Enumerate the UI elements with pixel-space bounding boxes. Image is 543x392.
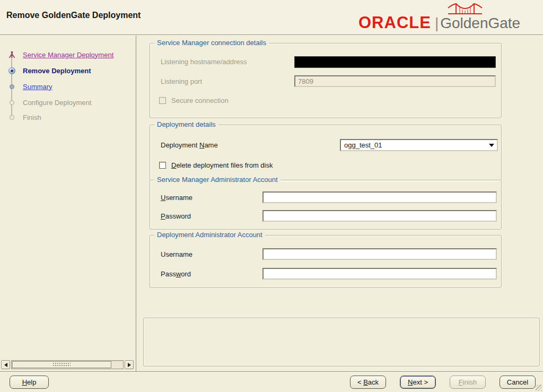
oracle-wordmark: ORACLE	[358, 13, 431, 32]
port-label: Listening port	[161, 77, 202, 85]
content-area: Service Manager connection details Liste…	[137, 36, 543, 371]
sidebar-step-label: Finish	[23, 114, 41, 121]
step-current-icon	[8, 67, 15, 74]
sidebar-step-summary[interactable]: Summary	[5, 80, 52, 93]
oracle-goldengate-logo: ORACLE|GoldenGate	[358, 0, 539, 34]
goldengate-wordmark: GoldenGate	[440, 15, 520, 31]
footer-bar: Help < Back Next > Finish Cancel	[0, 371, 543, 392]
sidebar-step-remove-deployment[interactable]: Remove Deployment	[5, 64, 91, 77]
hostname-label: Listening hostname/address	[161, 58, 247, 66]
secure-connection-label: Secure connection	[171, 97, 229, 104]
deployment-details-group: Deployment details Deployment Name ogg_t…	[150, 125, 502, 181]
dep-password-input[interactable]	[262, 268, 497, 280]
scroll-right-icon	[128, 363, 131, 367]
sidebar-horizontal-scrollbar	[1, 360, 134, 369]
back-button[interactable]: < Back	[350, 376, 386, 389]
deployment-admin-group: Deployment Administrator Account Usernam…	[150, 235, 502, 288]
scroll-left-button[interactable]	[1, 360, 10, 369]
sm-password-label: Password	[161, 212, 191, 220]
wizard-buttons: < Back Next > Finish Cancel	[350, 376, 536, 389]
port-input	[294, 75, 496, 87]
dep-username-label: Username	[161, 250, 192, 258]
deployment-name-label: Deployment Name	[161, 141, 218, 149]
deployment-name-dropdown[interactable]: ogg_test_01	[340, 139, 498, 151]
sidebar-step-label: Summary	[23, 83, 52, 91]
deployment-name-value: ogg_test_01	[344, 141, 382, 149]
sidebar-step-label: Service Manager Deployment	[23, 51, 113, 59]
dep-username-input[interactable]	[262, 248, 497, 260]
step-visited-icon	[8, 51, 16, 59]
scrollbar-grip-icon	[52, 362, 71, 367]
wizard-steps-sidebar: Service Manager Deployment Remove Deploy…	[0, 36, 136, 371]
logo-separator: |	[435, 15, 439, 31]
header: Remove GoldenGate Deployment ORACLE|Gold…	[0, 0, 543, 35]
scroll-right-button[interactable]	[125, 360, 134, 369]
cancel-button[interactable]: Cancel	[500, 376, 536, 389]
step-bullet-icon	[10, 115, 14, 120]
chevron-down-icon[interactable]	[489, 144, 494, 147]
scrollbar-track[interactable]	[11, 360, 124, 369]
wizard-window: Remove GoldenGate Deployment ORACLE|Gold…	[0, 0, 543, 392]
message-area	[143, 318, 540, 367]
sm-password-input[interactable]	[262, 210, 497, 222]
page-title: Remove GoldenGate Deployment	[6, 11, 141, 20]
finish-button: Finish	[450, 376, 486, 389]
secure-connection-checkbox	[159, 97, 166, 104]
service-manager-connection-group: Service Manager connection details Liste…	[150, 43, 502, 118]
delete-files-checkbox[interactable]	[159, 162, 166, 169]
sidebar-step-finish: Finish	[5, 111, 41, 124]
help-button[interactable]: Help	[10, 376, 49, 389]
service-manager-admin-group: Service Manager Administrator Account Us…	[150, 180, 502, 230]
scroll-left-icon	[4, 363, 7, 367]
sidebar-step-configure-deployment: Configure Deployment	[5, 96, 91, 109]
scrollbar-thumb[interactable]	[12, 361, 111, 368]
group-title: Deployment Administrator Account	[154, 231, 265, 239]
step-bullet-icon	[10, 84, 14, 89]
resize-grip[interactable]	[536, 385, 542, 391]
sm-username-input[interactable]	[262, 191, 497, 203]
next-button[interactable]: Next >	[400, 376, 436, 389]
dep-password-label: Password	[161, 270, 191, 278]
group-title: Service Manager Administrator Account	[154, 176, 281, 184]
sidebar-step-label: Configure Deployment	[23, 99, 91, 107]
step-bullet-icon	[10, 100, 14, 105]
hostname-field-redacted	[294, 56, 496, 68]
sidebar-step-service-manager-deployment[interactable]: Service Manager Deployment	[5, 48, 113, 61]
group-title: Deployment details	[154, 120, 218, 128]
sidebar-step-label: Remove Deployment	[23, 67, 91, 75]
sm-username-label: Username	[161, 194, 192, 202]
logo-text: ORACLE|GoldenGate	[358, 13, 520, 32]
group-title: Service Manager connection details	[154, 39, 269, 47]
delete-files-label: Delete deployment files from disk	[171, 161, 273, 169]
